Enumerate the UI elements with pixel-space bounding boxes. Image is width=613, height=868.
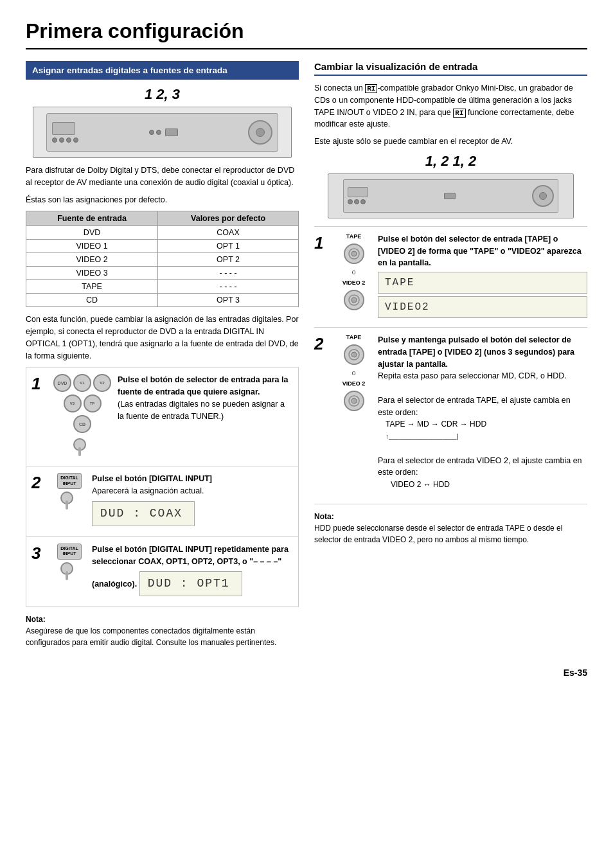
step-1-title: Pulse el botón de selector de entrada pa… — [118, 375, 288, 396]
step-3-text: Pulse el botón [DIGITAL INPUT] repetidam… — [92, 544, 293, 601]
lcd-display-3: DUD : OPT1 — [139, 571, 242, 596]
right-step-2-title: Pulse y mantenga pulsado el botón del se… — [378, 335, 574, 369]
table-cell: OPT 2 — [158, 253, 299, 267]
step-block-2: 2 DIGITALINPUT Pulse el botón [DIGITAL I… — [26, 466, 299, 536]
or-text-2: o — [351, 369, 355, 376]
tape-icon: TP — [84, 394, 102, 412]
video2-label-1: VIDEO 2 — [342, 279, 366, 286]
right-intro-text1: Si conecta un RI-compatible grabador Onk… — [314, 82, 587, 130]
table-col2: Valores por defecto — [158, 211, 299, 226]
right-step-num-2: 2 — [314, 334, 330, 354]
svg-rect-3 — [66, 500, 68, 509]
right-step-num-1: 1 — [314, 233, 330, 253]
table-cell: CD — [26, 294, 158, 307]
tape-btn-icon-2 — [348, 349, 360, 360]
right-step-2-text: Pulse y mantenga pulsado el botón del se… — [378, 334, 587, 491]
note-title-left: Nota: — [26, 615, 46, 624]
or-text-1: o — [351, 268, 355, 276]
video2-btn-2 — [344, 391, 364, 411]
table-row: DVDCOAX — [26, 226, 299, 240]
svg-rect-5 — [66, 571, 68, 580]
note-body-left: Asegúrese de que los componentes conecta… — [26, 626, 276, 647]
tape-label-1: TAPE — [346, 233, 361, 240]
note-block-right: Nota: HDD puede seleccionarse desde el s… — [314, 511, 587, 545]
step-num-3: 3 — [31, 544, 47, 563]
right-step-2-body1: Repita esta paso para seleccionar MD, CD… — [378, 371, 567, 380]
page-number: Es-35 — [26, 668, 587, 678]
step-1-body: (Las entradas digitales no se pueden asi… — [118, 400, 285, 421]
hand-press-icon — [73, 438, 91, 457]
right-section-header: Cambiar la visualización de entrada — [314, 61, 587, 76]
dvd-icon: DVD — [53, 374, 71, 392]
table-cell: OPT 3 — [158, 294, 299, 307]
right-step-block-1: 1 TAPE o VIDEO 2 — [314, 226, 587, 327]
tape-icon-group-2: TAPE o VIDEO 2 — [336, 334, 371, 411]
table-cell: VIDEO 3 — [26, 267, 158, 280]
tape-btn-1 — [344, 244, 364, 264]
flow-video2: VIDEO 2 ↔ HDD — [391, 480, 450, 489]
right-step-block-2: 2 TAPE o VIDEO 2 — [314, 327, 587, 497]
step-2-icons: DIGITALINPUT — [53, 473, 85, 511]
video3-icon: V3 — [64, 394, 82, 412]
receiver-diagram-right — [328, 173, 574, 218]
step-1-text: Pulse el botón de selector de entrada pa… — [118, 374, 293, 422]
step-2-body: Aparecerá la asignación actual. — [92, 486, 204, 495]
video2-btn-1 — [344, 290, 364, 310]
digital-input-btn-2: DIGITALINPUT — [57, 473, 81, 489]
table-cell: - - - - — [158, 267, 299, 280]
lcd-display-2: DUD : COAX — [92, 501, 195, 526]
video2-btn-icon-1 — [348, 294, 360, 306]
step-2-title: Pulse el botón [DIGITAL INPUT] — [92, 474, 212, 483]
table-row: VIDEO 2OPT 2 — [26, 253, 299, 267]
note-block-left: Nota: Asegúrese de que los componentes c… — [26, 614, 299, 648]
table-row: TAPE- - - - — [26, 280, 299, 294]
svg-point-11 — [351, 352, 357, 357]
table-cell: COAX — [158, 226, 299, 240]
table-row: VIDEO 1OPT 1 — [26, 240, 299, 253]
left-column: Asignar entradas digitales a fuentes de … — [26, 61, 299, 648]
flow-tape-arrow: ↑___________________| — [386, 433, 458, 440]
table-cell: TAPE — [26, 280, 158, 294]
step-block-1: 1 DVD V1 V2 V3 TP CD — [26, 367, 299, 466]
table-row: VIDEO 3- - - - — [26, 267, 299, 280]
table-cell: VIDEO 1 — [26, 240, 158, 253]
right-column: Cambiar la visualización de entrada Si c… — [314, 61, 587, 648]
svg-rect-1 — [78, 447, 81, 456]
video2-icon: V2 — [93, 374, 111, 392]
body-text-left: Con esta función, puede cambiar la asign… — [26, 314, 299, 362]
step-2-text: Pulse el botón [DIGITAL INPUT] Aparecerá… — [92, 473, 293, 530]
flow-tape: TAPE → MD → CDR → HDD — [386, 420, 486, 429]
tape-btn-2 — [344, 344, 364, 365]
default-text: Éstas son las asignaciones por defecto. — [26, 194, 299, 206]
page-title: Primera configuración — [26, 19, 587, 49]
tape-icon-group-1: TAPE o VIDEO 2 — [336, 233, 371, 310]
tape-label-2: TAPE — [346, 334, 361, 341]
video1-icon: V1 — [73, 374, 91, 392]
svg-point-7 — [351, 251, 357, 256]
right-step-2-body3: Para el selector de entrada VIDEO 2, el … — [378, 456, 582, 477]
step-num-2: 2 — [31, 473, 47, 493]
hand-press-icon-2 — [60, 492, 78, 511]
step-1-icons: DVD V1 V2 V3 TP CD — [53, 374, 111, 459]
right-step-2-body2: Para el selector de entrada TAPE, el aju… — [378, 396, 571, 417]
right-step-1-title: Pulse el botón del selector de entrada [… — [378, 235, 582, 268]
lcd-video2: VIDEO2 — [378, 296, 587, 318]
video2-label-2: VIDEO 2 — [342, 380, 366, 387]
left-step-label: 1 2, 3 — [26, 86, 299, 103]
table-col1: Fuente de entrada — [26, 211, 158, 226]
digital-input-btn-3: DIGITALINPUT — [57, 544, 81, 560]
video2-btn-icon-2 — [348, 395, 360, 407]
tape-btn-icon-1 — [348, 248, 360, 260]
hand-press-icon-3 — [60, 562, 78, 581]
note-body-right: HDD puede seleccionarse desde el selecto… — [314, 524, 562, 544]
hr-divider — [314, 504, 587, 504]
left-section-header: Asignar entradas digitales a fuentes de … — [26, 61, 299, 80]
table-cell: - - - - — [158, 280, 299, 294]
lcd-tape: TAPE — [378, 272, 587, 294]
assignments-table: Fuente de entrada Valores por defecto DV… — [26, 211, 299, 307]
step-num-1: 1 — [31, 374, 47, 394]
right-step-1-text: Pulse el botón del selector de entrada [… — [378, 233, 587, 321]
right-intro-text2: Este ajuste sólo se puede cambiar en el … — [314, 136, 587, 148]
step-block-3: 3 DIGITALINPUT Pulse el botón [DIGITAL I… — [26, 536, 299, 608]
step-3-icons: DIGITALINPUT — [53, 544, 85, 581]
